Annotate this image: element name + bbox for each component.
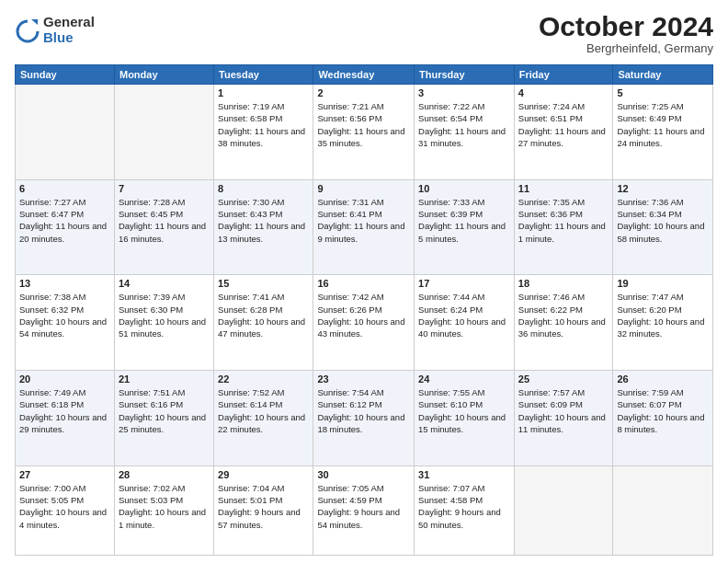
- table-row: 14Sunrise: 7:39 AM Sunset: 6:30 PM Dayli…: [114, 275, 213, 371]
- col-friday: Friday: [514, 65, 613, 85]
- table-row: 31Sunrise: 7:07 AM Sunset: 4:58 PM Dayli…: [415, 465, 515, 555]
- day-number: 31: [418, 469, 510, 480]
- day-info: Sunrise: 7:44 AM Sunset: 6:24 PM Dayligh…: [418, 291, 510, 339]
- day-info: Sunrise: 7:55 AM Sunset: 6:10 PM Dayligh…: [418, 386, 510, 435]
- table-row: 28Sunrise: 7:02 AM Sunset: 5:03 PM Dayli…: [114, 465, 213, 555]
- day-number: 29: [218, 469, 309, 480]
- table-row: 11Sunrise: 7:35 AM Sunset: 6:36 PM Dayli…: [514, 179, 613, 275]
- day-number: 14: [119, 278, 210, 289]
- day-info: Sunrise: 7:41 AM Sunset: 6:28 PM Dayligh…: [218, 291, 309, 339]
- logo-icon: [15, 17, 40, 43]
- day-number: 15: [218, 278, 309, 289]
- day-info: Sunrise: 7:59 AM Sunset: 6:07 PM Dayligh…: [617, 386, 709, 435]
- table-row: 3Sunrise: 7:22 AM Sunset: 6:54 PM Daylig…: [415, 85, 515, 180]
- day-number: 26: [617, 373, 709, 385]
- table-row: [613, 465, 713, 555]
- table-row: 29Sunrise: 7:04 AM Sunset: 5:01 PM Dayli…: [214, 465, 313, 555]
- day-number: 23: [317, 373, 410, 385]
- calendar-week-row: 20Sunrise: 7:49 AM Sunset: 6:18 PM Dayli…: [16, 371, 713, 466]
- day-info: Sunrise: 7:21 AM Sunset: 6:56 PM Dayligh…: [317, 100, 410, 149]
- table-row: 15Sunrise: 7:41 AM Sunset: 6:28 PM Dayli…: [214, 275, 313, 371]
- day-number: 3: [418, 87, 510, 98]
- day-number: 2: [317, 87, 410, 98]
- table-row: 27Sunrise: 7:00 AM Sunset: 5:05 PM Dayli…: [16, 465, 115, 555]
- table-row: [514, 465, 613, 555]
- calendar-week-row: 27Sunrise: 7:00 AM Sunset: 5:05 PM Dayli…: [16, 465, 713, 555]
- day-info: Sunrise: 7:22 AM Sunset: 6:54 PM Dayligh…: [418, 100, 510, 149]
- day-number: 11: [518, 183, 609, 194]
- table-row: 4Sunrise: 7:24 AM Sunset: 6:51 PM Daylig…: [514, 85, 613, 180]
- logo-general: General: [43, 15, 95, 30]
- day-number: 6: [19, 183, 110, 194]
- table-row: 16Sunrise: 7:42 AM Sunset: 6:26 PM Dayli…: [313, 275, 415, 371]
- location: Bergrheinfeld, Germany: [539, 41, 713, 55]
- table-row: 18Sunrise: 7:46 AM Sunset: 6:22 PM Dayli…: [514, 275, 613, 371]
- table-row: 21Sunrise: 7:51 AM Sunset: 6:16 PM Dayli…: [114, 371, 213, 466]
- day-info: Sunrise: 7:57 AM Sunset: 6:09 PM Dayligh…: [518, 386, 609, 435]
- day-number: 21: [119, 373, 210, 385]
- day-number: 12: [617, 183, 709, 194]
- table-row: 26Sunrise: 7:59 AM Sunset: 6:07 PM Dayli…: [613, 371, 713, 466]
- table-row: 1Sunrise: 7:19 AM Sunset: 6:58 PM Daylig…: [214, 85, 313, 180]
- table-row: 9Sunrise: 7:31 AM Sunset: 6:41 PM Daylig…: [313, 179, 415, 275]
- table-row: 5Sunrise: 7:25 AM Sunset: 6:49 PM Daylig…: [613, 85, 713, 180]
- table-row: 8Sunrise: 7:30 AM Sunset: 6:43 PM Daylig…: [214, 179, 313, 275]
- day-info: Sunrise: 7:42 AM Sunset: 6:26 PM Dayligh…: [317, 291, 410, 339]
- month-title: October 2024: [539, 11, 713, 41]
- day-info: Sunrise: 7:07 AM Sunset: 4:58 PM Dayligh…: [418, 482, 510, 531]
- day-number: 19: [617, 278, 709, 289]
- day-number: 24: [418, 373, 510, 385]
- day-info: Sunrise: 7:38 AM Sunset: 6:32 PM Dayligh…: [19, 291, 110, 339]
- table-row: 12Sunrise: 7:36 AM Sunset: 6:34 PM Dayli…: [613, 179, 713, 275]
- day-info: Sunrise: 7:36 AM Sunset: 6:34 PM Dayligh…: [617, 196, 709, 245]
- day-number: 13: [19, 278, 110, 289]
- day-info: Sunrise: 7:49 AM Sunset: 6:18 PM Dayligh…: [19, 386, 110, 435]
- day-number: 1: [218, 87, 309, 98]
- day-number: 16: [317, 278, 410, 289]
- table-row: 25Sunrise: 7:57 AM Sunset: 6:09 PM Dayli…: [514, 371, 613, 466]
- col-monday: Monday: [114, 65, 213, 85]
- day-number: 4: [518, 87, 609, 98]
- day-info: Sunrise: 7:00 AM Sunset: 5:05 PM Dayligh…: [19, 482, 110, 531]
- header: General Blue October 2024 Bergrheinfeld,…: [15, 11, 713, 55]
- table-row: 6Sunrise: 7:27 AM Sunset: 6:47 PM Daylig…: [16, 179, 115, 275]
- calendar-week-row: 6Sunrise: 7:27 AM Sunset: 6:47 PM Daylig…: [16, 179, 713, 275]
- table-row: 23Sunrise: 7:54 AM Sunset: 6:12 PM Dayli…: [313, 371, 415, 466]
- table-row: 7Sunrise: 7:28 AM Sunset: 6:45 PM Daylig…: [114, 179, 213, 275]
- day-info: Sunrise: 7:27 AM Sunset: 6:47 PM Dayligh…: [19, 196, 110, 245]
- day-number: 10: [418, 183, 510, 194]
- day-number: 28: [119, 469, 210, 480]
- day-info: Sunrise: 7:24 AM Sunset: 6:51 PM Dayligh…: [518, 100, 609, 149]
- day-info: Sunrise: 7:31 AM Sunset: 6:41 PM Dayligh…: [317, 196, 410, 245]
- day-number: 25: [518, 373, 609, 385]
- table-row: 30Sunrise: 7:05 AM Sunset: 4:59 PM Dayli…: [313, 465, 415, 555]
- day-info: Sunrise: 7:02 AM Sunset: 5:03 PM Dayligh…: [119, 482, 210, 531]
- day-number: 22: [218, 373, 309, 385]
- logo: General Blue: [15, 15, 95, 45]
- col-sunday: Sunday: [16, 65, 115, 85]
- title-block: October 2024 Bergrheinfeld, Germany: [539, 11, 713, 55]
- day-info: Sunrise: 7:30 AM Sunset: 6:43 PM Dayligh…: [218, 196, 309, 245]
- day-info: Sunrise: 7:47 AM Sunset: 6:20 PM Dayligh…: [617, 291, 709, 339]
- day-number: 5: [617, 87, 709, 98]
- col-saturday: Saturday: [613, 65, 713, 85]
- col-tuesday: Tuesday: [214, 65, 313, 85]
- table-row: [16, 85, 115, 180]
- table-row: 22Sunrise: 7:52 AM Sunset: 6:14 PM Dayli…: [214, 371, 313, 466]
- logo-text: General Blue: [43, 15, 95, 45]
- page: General Blue October 2024 Bergrheinfeld,…: [0, 0, 728, 563]
- day-number: 30: [317, 469, 410, 480]
- day-number: 18: [518, 278, 609, 289]
- day-info: Sunrise: 7:04 AM Sunset: 5:01 PM Dayligh…: [218, 482, 309, 531]
- day-info: Sunrise: 7:19 AM Sunset: 6:58 PM Dayligh…: [218, 100, 309, 149]
- calendar-header-row: Sunday Monday Tuesday Wednesday Thursday…: [16, 65, 713, 85]
- day-number: 20: [19, 373, 110, 385]
- table-row: 10Sunrise: 7:33 AM Sunset: 6:39 PM Dayli…: [415, 179, 515, 275]
- day-number: 7: [119, 183, 210, 194]
- table-row: 19Sunrise: 7:47 AM Sunset: 6:20 PM Dayli…: [613, 275, 713, 371]
- table-row: 20Sunrise: 7:49 AM Sunset: 6:18 PM Dayli…: [16, 371, 115, 466]
- day-info: Sunrise: 7:33 AM Sunset: 6:39 PM Dayligh…: [418, 196, 510, 245]
- day-number: 17: [418, 278, 510, 289]
- day-info: Sunrise: 7:05 AM Sunset: 4:59 PM Dayligh…: [317, 482, 410, 531]
- day-info: Sunrise: 7:46 AM Sunset: 6:22 PM Dayligh…: [518, 291, 609, 339]
